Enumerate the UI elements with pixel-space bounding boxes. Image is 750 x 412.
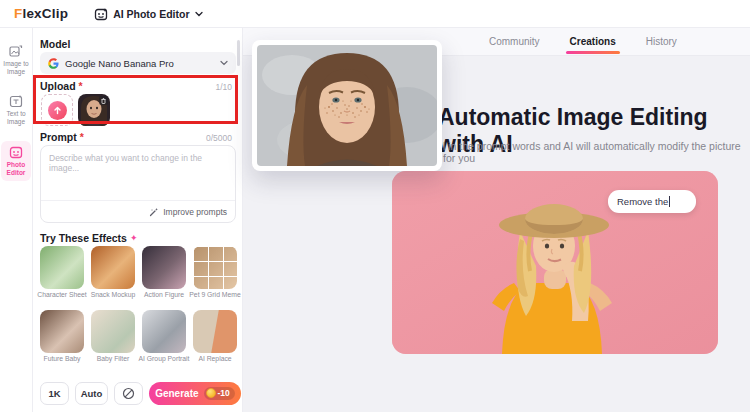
effect-thumbnail (193, 246, 237, 289)
demo-creation-image: Remove the (392, 171, 718, 354)
prompt-box: Improve prompts (40, 145, 236, 223)
cost-pill: -10 (204, 387, 235, 400)
upload-add-button[interactable] (41, 94, 73, 126)
page-subtitle: l in the prompt words and AI will automa… (443, 140, 750, 164)
no-watermark-icon (122, 387, 135, 400)
effect-label: AI Replace (198, 355, 231, 362)
image-to-image-icon (9, 44, 23, 58)
effect-label: Character Sheet (37, 291, 87, 298)
logo-rest: lexClip (22, 6, 68, 21)
flexclip-ai-photo-editor: FlexClip AI Photo Editor Image to Image … (0, 0, 750, 412)
upload-icon (48, 101, 67, 120)
sidebar-item-text-to-image[interactable]: Text to Image (1, 90, 31, 130)
effect-label: Pet 9 Grid Meme (189, 291, 240, 298)
model-section-label: Model (40, 38, 70, 50)
model-select[interactable]: Google Nano Banana Pro (40, 52, 236, 74)
effects-section-header: Try These Effects ✦ (40, 232, 138, 244)
sparkle-icon: ✦ (130, 233, 138, 243)
prompt-input[interactable] (41, 146, 235, 198)
effect-item-ai-replace[interactable]: AI Replace (193, 310, 237, 362)
upload-count: 1/10 (215, 82, 232, 92)
effect-item-future-baby[interactable]: Future Baby (40, 310, 84, 362)
effect-label: Baby Filter (97, 355, 129, 362)
coin-icon (206, 388, 216, 398)
delete-image-icon[interactable] (99, 96, 108, 105)
sidebar-item-image-to-image[interactable]: Image to Image (1, 40, 31, 80)
required-asterisk: * (80, 131, 84, 143)
effect-item-baby-filter[interactable]: Baby Filter (91, 310, 135, 362)
photo-editor-icon (9, 145, 23, 159)
improve-prompts-label: Improve prompts (163, 207, 227, 217)
improve-prompts-button[interactable]: Improve prompts (41, 200, 235, 222)
effect-thumbnail (40, 310, 84, 353)
ai-photo-editor-icon (94, 7, 108, 21)
tab-community[interactable]: Community (487, 30, 542, 55)
flexclip-logo[interactable]: FlexClip (14, 6, 68, 21)
left-tool-rail: Image to Image Text to Image Photo Edito… (0, 28, 33, 412)
effect-label: Action Figure (144, 291, 184, 298)
effect-thumbnail (91, 310, 135, 353)
effect-thumbnail (142, 310, 186, 353)
demo-prompt-text: Remove the (617, 196, 668, 207)
effect-item-snack-mockup[interactable]: Snack Mockup (91, 246, 135, 298)
sidebar-item-photo-editor[interactable]: Photo Editor (1, 141, 31, 181)
resolution-button[interactable]: 1K (40, 382, 69, 405)
google-logo-icon (48, 58, 59, 69)
effect-thumbnail (40, 246, 84, 289)
topbar: FlexClip AI Photo Editor (0, 0, 750, 28)
effect-thumbnail (142, 246, 186, 289)
chevron-down-icon (220, 60, 228, 66)
panel-scrollbar[interactable] (237, 40, 240, 66)
effect-thumbnail (193, 310, 237, 353)
aspect-ratio-button[interactable]: Auto (75, 382, 108, 405)
upload-section-label: Upload * (40, 80, 83, 92)
freckles-portrait-image (252, 40, 442, 171)
prompt-section-label: Prompt * (40, 131, 84, 143)
effect-thumbnail (91, 246, 135, 289)
magic-wand-icon (149, 207, 159, 217)
effect-label: AI Group Portrait (139, 355, 190, 362)
uploaded-image-thumbnail[interactable] (78, 94, 110, 126)
effect-item-character-sheet[interactable]: Character Sheet (40, 246, 84, 298)
credit-cost: -10 (218, 388, 230, 398)
effect-label: Snack Mockup (91, 291, 136, 298)
main-tabs: Community Creations History (487, 30, 679, 55)
text-caret (669, 196, 670, 207)
effect-item-pet-9-grid-meme[interactable]: Pet 9 Grid Meme (193, 246, 237, 298)
generate-button[interactable]: Generate -10 (149, 382, 241, 405)
ai-photo-editor-menu-button[interactable]: AI Photo Editor (94, 7, 202, 21)
panel-footer: 1K Auto Generate -10 (33, 374, 243, 412)
sidebar-item-label: Text to Image (1, 110, 31, 126)
demo-prompt-input[interactable]: Remove the (608, 190, 696, 213)
sidebar-item-label: Photo Editor (1, 161, 31, 177)
prompt-char-counter: 0/5000 (206, 133, 232, 143)
tab-history[interactable]: History (644, 30, 679, 55)
required-asterisk: * (79, 80, 83, 92)
sidebar-item-label: Image to Image (1, 60, 31, 76)
effect-label: Future Baby (43, 355, 80, 362)
effect-item-action-figure[interactable]: Action Figure (142, 246, 186, 298)
settings-panel: Model Google Nano Banana Pro Upload * 1/… (33, 28, 243, 412)
chevron-down-icon (195, 11, 203, 17)
tab-creations[interactable]: Creations (568, 30, 618, 55)
model-selected-value: Google Nano Banana Pro (65, 58, 214, 69)
app-button-label: AI Photo Editor (113, 8, 189, 20)
text-to-image-icon (9, 94, 23, 108)
generate-label: Generate (155, 388, 198, 399)
effect-item-ai-group-portrait[interactable]: AI Group Portrait (142, 310, 186, 362)
watermark-toggle-button[interactable] (114, 382, 143, 405)
effects-section-label: Try These Effects (40, 232, 127, 244)
